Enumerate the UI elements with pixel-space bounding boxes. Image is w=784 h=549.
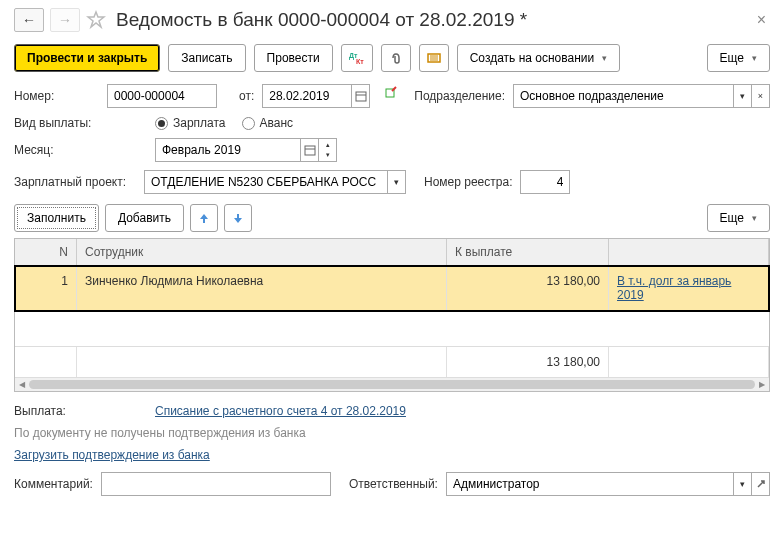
comment-label: Комментарий: [14, 477, 93, 491]
more-button[interactable]: Еще [707, 44, 770, 72]
load-confirmation-link[interactable]: Загрузить подтверждение из банка [14, 448, 210, 462]
cell-note-link[interactable]: В т.ч. долг за январь 2019 [617, 274, 731, 302]
nav-back-button[interactable]: ← [14, 8, 44, 32]
scroll-thumb[interactable] [29, 380, 755, 389]
close-button[interactable]: × [753, 11, 770, 29]
arrow-up-icon [198, 212, 210, 224]
responsible-label: Ответственный: [349, 477, 438, 491]
employees-table: N Сотрудник К выплате 1 Зинченко Людмила… [14, 238, 770, 392]
subdivision-dropdown-button[interactable]: ▾ [734, 84, 752, 108]
comment-field[interactable] [101, 472, 331, 496]
registry-icon [427, 51, 441, 65]
subdivision-field[interactable] [513, 84, 734, 108]
date-field[interactable] [262, 84, 352, 108]
scroll-left-icon[interactable]: ◀ [15, 378, 29, 392]
col-n-header[interactable]: N [15, 239, 77, 265]
cell-amount: 13 180,00 [447, 266, 609, 310]
grid-more-button[interactable]: Еще [707, 204, 770, 232]
salary-project-field[interactable] [144, 170, 388, 194]
document-title: Ведомость в банк 0000-000004 от 28.02.20… [116, 9, 747, 31]
empty-row [15, 311, 769, 347]
salary-radio-label: Зарплата [173, 116, 226, 130]
payout-link[interactable]: Списание с расчетного счета 4 от 28.02.2… [155, 404, 406, 418]
calendar-icon [355, 90, 367, 102]
radio-unchecked-icon [242, 117, 255, 130]
payment-type-label: Вид выплаты: [14, 116, 99, 130]
paperclip-icon [389, 51, 403, 65]
total-amount: 13 180,00 [447, 347, 609, 377]
save-button[interactable]: Записать [168, 44, 245, 72]
number-label: Номер: [14, 89, 99, 103]
payout-label: Выплата: [14, 404, 99, 418]
show-movements-button[interactable]: Дт Кт [341, 44, 373, 72]
number-field[interactable] [107, 84, 217, 108]
arrow-right-icon: → [58, 12, 72, 28]
registry-number-field[interactable] [520, 170, 570, 194]
radio-checked-icon [155, 117, 168, 130]
horizontal-scrollbar[interactable]: ◀ ▶ [15, 377, 769, 391]
responsible-field[interactable] [446, 472, 734, 496]
link-date-icon[interactable] [384, 85, 406, 107]
fill-button[interactable]: Заполнить [14, 204, 99, 232]
arrow-down-icon [232, 212, 244, 224]
responsible-open-button[interactable] [752, 472, 770, 496]
salary-project-dropdown-button[interactable]: ▾ [388, 170, 406, 194]
date-picker-button[interactable] [352, 84, 370, 108]
subdivision-label: Подразделение: [414, 89, 505, 103]
month-field[interactable] [155, 138, 301, 162]
advance-radio-label: Аванс [260, 116, 294, 130]
create-based-on-button[interactable]: Создать на основании [457, 44, 621, 72]
nav-forward-button: → [50, 8, 80, 32]
arrow-left-icon: ← [22, 12, 36, 28]
svg-rect-3 [356, 92, 366, 101]
col-amount-header[interactable]: К выплате [447, 239, 609, 265]
move-down-button[interactable] [224, 204, 252, 232]
responsible-dropdown-button[interactable]: ▾ [734, 472, 752, 496]
month-spinner[interactable]: ▴▾ [319, 138, 337, 162]
post-button[interactable]: Провести [254, 44, 333, 72]
move-up-button[interactable] [190, 204, 218, 232]
cell-employee: Зинченко Людмила Николаевна [77, 266, 447, 310]
add-button[interactable]: Добавить [105, 204, 184, 232]
calendar-icon [304, 144, 316, 156]
cell-n: 1 [15, 266, 77, 310]
favorite-star-icon[interactable] [86, 10, 106, 30]
month-label: Месяц: [14, 143, 99, 157]
payment-type-advance-radio[interactable]: Аванс [242, 116, 294, 130]
registry-number-label: Номер реестра: [424, 175, 512, 189]
from-label: от: [239, 89, 254, 103]
svg-rect-5 [305, 146, 315, 155]
subdivision-clear-button[interactable]: × [752, 84, 770, 108]
post-and-close-button[interactable]: Провести и закрыть [14, 44, 160, 72]
attachments-button[interactable] [381, 44, 411, 72]
dt-kt-icon: Дт Кт [349, 51, 365, 65]
open-icon [756, 479, 766, 489]
payment-type-salary-radio[interactable]: Зарплата [155, 116, 226, 130]
registry-button[interactable] [419, 44, 449, 72]
confirmation-info-text: По документу не получены подтверждения и… [14, 426, 770, 440]
col-employee-header[interactable]: Сотрудник [77, 239, 447, 265]
svg-text:Кт: Кт [356, 58, 364, 65]
salary-project-label: Зарплатный проект: [14, 175, 136, 189]
col-note-header[interactable] [609, 239, 769, 265]
month-picker-button[interactable] [301, 138, 319, 162]
scroll-right-icon[interactable]: ▶ [755, 378, 769, 392]
table-row[interactable]: 1 Зинченко Людмила Николаевна 13 180,00 … [15, 266, 769, 311]
